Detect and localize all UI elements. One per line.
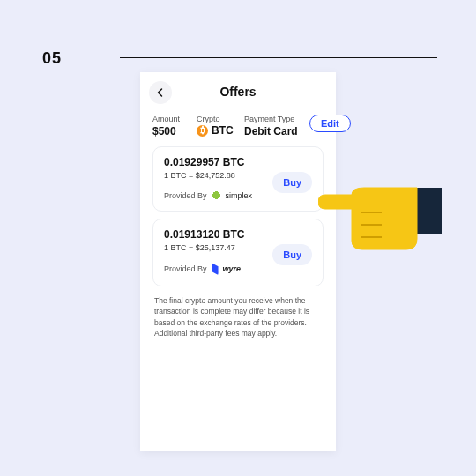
buy-button[interactable]: Buy <box>272 244 312 265</box>
payment-type-value: Debit Card <box>244 125 309 138</box>
divider-top <box>120 57 437 58</box>
crypto-value: BTC <box>212 124 234 137</box>
disclaimer-line: The final crypto amount you receive when… <box>154 296 309 327</box>
phone-screen: Offers Amount $500 Crypto ₿ BTC Payment … <box>140 72 336 451</box>
provider-name: wyre <box>223 264 242 273</box>
wyre-logo-icon <box>212 263 219 275</box>
offer-quantity: 0.01929957 BTC <box>164 156 312 168</box>
amount-value: $500 <box>152 125 197 138</box>
screen-header: Offers <box>140 72 336 111</box>
offer-quantity: 0.01913120 BTC <box>164 228 312 241</box>
buy-button[interactable]: Buy <box>272 172 312 193</box>
disclaimer: The final crypto amount you receive when… <box>154 295 322 338</box>
pointing-hand-icon <box>318 161 442 258</box>
provided-by-label: Provided By <box>164 191 207 200</box>
bitcoin-icon: ₿ <box>197 125 208 137</box>
purchase-summary: Amount $500 Crypto ₿ BTC Payment Type De… <box>152 115 324 138</box>
offer-card[interactable]: 0.01913120 BTC 1 BTC = $25,137.47 Provid… <box>152 219 324 286</box>
edit-button[interactable]: Edit <box>309 115 351 132</box>
provided-by-label: Provided By <box>164 264 207 273</box>
svg-rect-0 <box>417 188 442 234</box>
arrow-left-icon <box>155 87 166 98</box>
disclaimer-line: Additional third-party fees may apply. <box>154 329 277 338</box>
step-number: 05 <box>42 49 62 68</box>
crypto-label: Crypto <box>197 115 244 123</box>
payment-type-label: Payment Type <box>244 115 309 123</box>
offer-card[interactable]: 0.01929957 BTC 1 BTC = $24,752.88 Provid… <box>152 146 324 212</box>
back-button[interactable] <box>149 81 172 104</box>
provider-name: simplex <box>226 191 253 200</box>
simplex-logo-icon <box>212 190 221 200</box>
amount-label: Amount <box>152 115 197 123</box>
